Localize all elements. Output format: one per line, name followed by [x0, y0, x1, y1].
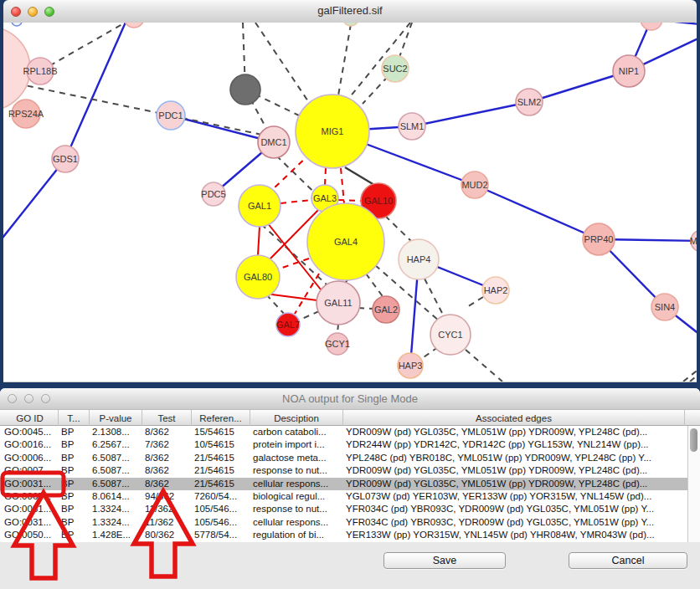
cell-go_id[interactable]: GO:0065...	[2, 490, 59, 503]
cell-description[interactable]: galactose meta...	[250, 452, 343, 464]
cell-edges[interactable]: YER133W (pp) YOR315W, YNL145W (pd) YHR08…	[343, 529, 685, 541]
save-button[interactable]: Save	[383, 552, 506, 569]
cell-p_value[interactable]: 1.3324...	[90, 516, 142, 529]
cell-test[interactable]: 11/362	[142, 503, 192, 515]
cell-reference[interactable]: 21/54615	[192, 464, 250, 477]
cell-reference[interactable]: 10/54615	[192, 438, 250, 451]
column-header-referen-[interactable]: Referen...	[192, 410, 250, 427]
cell-p_value[interactable]: 6.5087...	[90, 452, 142, 464]
cell-reference[interactable]: 7260/54...	[192, 490, 250, 503]
cell-reference[interactable]: 15/54615	[192, 426, 250, 438]
cell-edges[interactable]: YDR009W (pd) YGL035C, YML051W (pp) YDR00…	[343, 478, 685, 490]
network-edge	[298, 311, 319, 320]
cell-description[interactable]: response to nut...	[250, 503, 343, 515]
column-header-go-id[interactable]: GO ID	[2, 410, 59, 427]
network-window-titlebar: galFiltered.sif	[3, 0, 697, 23]
cell-p_value[interactable]: 8.0614...	[90, 490, 142, 503]
cell-reference[interactable]: 21/54615	[192, 478, 250, 490]
column-header-associated-edges[interactable]: Associated edges	[343, 410, 685, 427]
network-node-cut-top-left[interactable]	[12, 23, 22, 26]
cell-test[interactable]: 94/362	[142, 490, 192, 503]
cell-go_id[interactable]: GO:0007...	[2, 464, 59, 477]
cell-reference[interactable]: 105/546...	[192, 503, 250, 515]
node-label-SIN4: SIN4	[655, 302, 675, 312]
node-label-HAP3: HAP3	[399, 361, 423, 371]
cell-p_value[interactable]: 1.428E...	[90, 529, 142, 541]
cell-type[interactable]: BP	[59, 503, 90, 515]
cell-edges[interactable]: YFR034C (pd) YBR093C, YDR009W (pd) YGL03…	[343, 503, 685, 515]
node-label-GAL80: GAL80	[244, 272, 272, 282]
network-canvas[interactable]: RPL18BRPS24AGDS1PDC1DMC1MIG1SUC2SLM1SLM2…	[3, 23, 697, 382]
cell-type[interactable]: BP	[59, 452, 90, 464]
cell-type[interactable]: BP	[59, 529, 90, 541]
cell-edges[interactable]: YDR009W (pd) YGL035C, YML051W (pp) YDR00…	[343, 464, 685, 477]
cell-type[interactable]: BP	[59, 490, 90, 503]
cell-p_value[interactable]: 6.5087...	[90, 478, 142, 490]
network-node-cut-top-mid[interactable]	[124, 23, 144, 28]
column-header-test[interactable]: Test	[142, 410, 192, 427]
node-label-RPL18B: RPL18B	[23, 66, 58, 76]
cancel-button[interactable]: Cancel	[569, 552, 687, 569]
table-row[interactable]: GO:0031...BP6.5087...8/36221/54615cellul…	[0, 478, 687, 490]
node-label-HAP2: HAP2	[484, 285, 508, 295]
cell-go_id[interactable]: GO:0006...	[2, 452, 59, 464]
cell-type[interactable]: BP	[59, 464, 90, 477]
column-header-t-[interactable]: T...	[59, 410, 90, 427]
cell-reference[interactable]: 105/546...	[192, 516, 250, 529]
cell-type[interactable]: BP	[59, 438, 90, 451]
table-row[interactable]: GO:0065...BP8.0614...94/3627260/54...bio…	[0, 490, 687, 503]
cell-test[interactable]: 11/362	[142, 516, 192, 529]
cell-type[interactable]: BP	[59, 426, 90, 438]
cell-go_id[interactable]: GO:0031...	[2, 516, 59, 529]
cell-p_value[interactable]: 1.3324...	[90, 503, 142, 515]
cell-reference[interactable]: 21/54615	[192, 452, 250, 464]
cell-edges[interactable]: YDR244W (pp) YDR142C, YDR142C (pp) YGL15…	[343, 438, 685, 451]
table-row[interactable]: GO:0031...BP1.3324...11/362105/546...res…	[0, 503, 687, 515]
cell-go_id[interactable]: GO:0031...	[2, 503, 59, 515]
cell-test[interactable]: 8/362	[142, 426, 192, 438]
cell-description[interactable]: protein import i...	[250, 438, 343, 451]
table-row[interactable]: GO:0045...BP2.1308...8/36215/54615carbon…	[0, 426, 687, 438]
cell-type[interactable]: BP	[59, 516, 90, 529]
cell-go_id[interactable]: GO:0045...	[2, 426, 59, 438]
cell-type[interactable]: BP	[59, 478, 90, 490]
table-row[interactable]: GO:0007...BP6.5087...8/36221/54615respon…	[0, 464, 687, 477]
cell-p_value[interactable]: 6.2567...	[90, 438, 142, 451]
cell-test[interactable]: 8/362	[142, 452, 192, 464]
cell-go_id[interactable]: GO:0050...	[2, 529, 59, 541]
cell-edges[interactable]: YGL073W (pd) YER103W, YER133W (pp) YOR31…	[343, 490, 685, 503]
cell-description[interactable]: cellular respons...	[250, 478, 343, 490]
cell-test[interactable]: 8/362	[142, 478, 192, 490]
table-row[interactable]: GO:0050...BP1.428E...80/3625778/54...reg…	[0, 529, 687, 541]
cell-edges[interactable]: YPL248C (pd) YBR018C, YML051W (pp) YDR00…	[343, 452, 685, 464]
cell-p_value[interactable]: 2.1308...	[90, 426, 142, 438]
network-edge	[255, 23, 310, 104]
cell-test[interactable]: 8/362	[142, 464, 192, 477]
cell-description[interactable]: cellular respons...	[250, 516, 343, 529]
scrollbar-thumb[interactable]	[690, 428, 697, 452]
table-row[interactable]: GO:0016...BP6.2567...7/36210/54615protei…	[0, 438, 687, 451]
network-node-gray-node[interactable]	[230, 74, 260, 105]
cell-edges[interactable]: YFR034C (pd) YBR093C, YDR009W (pd) YGL03…	[343, 516, 685, 529]
cell-edges[interactable]: YDR009W (pd) YGL035C, YML051W (pp) YDR00…	[343, 426, 685, 438]
table-row[interactable]: GO:0031...BP1.3324...11/362105/546...cel…	[0, 516, 687, 529]
vertical-scrollbar[interactable]	[687, 426, 700, 542]
column-header-p-value[interactable]: P-value	[90, 410, 142, 427]
network-node-cut-top-right[interactable]	[641, 23, 662, 30]
cell-description[interactable]: biological regul...	[250, 490, 343, 503]
cell-p_value[interactable]: 6.5087...	[90, 464, 142, 477]
cell-go_id[interactable]: GO:0016...	[2, 438, 59, 451]
cell-test[interactable]: 7/362	[142, 438, 192, 451]
cell-description[interactable]: response to nut...	[250, 464, 343, 477]
network-window-title: galFiltered.sif	[3, 4, 697, 17]
cell-test[interactable]: 80/362	[142, 529, 192, 541]
cell-reference[interactable]: 5778/54...	[192, 529, 250, 541]
cell-description[interactable]: regulation of bi...	[250, 529, 343, 541]
network-node-cut-green-top[interactable]	[343, 23, 358, 26]
column-header-desciption[interactable]: Desciption	[250, 410, 343, 427]
cell-description[interactable]: carbon cataboli...	[250, 426, 343, 438]
table-row[interactable]: GO:0006...BP6.5087...8/36221/54615galact…	[0, 452, 687, 464]
network-edge	[466, 350, 502, 382]
cell-go_id[interactable]: GO:0031...	[2, 478, 59, 490]
node-label-GAL10: GAL10	[364, 196, 393, 206]
